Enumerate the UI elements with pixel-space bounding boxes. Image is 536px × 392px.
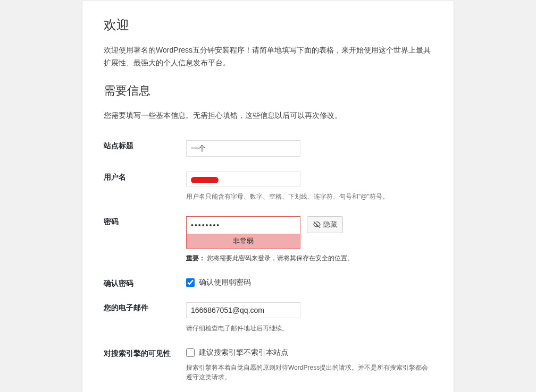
email-label: 您的电子邮件 xyxy=(104,297,186,343)
search-visibility-label: 对搜索引擎的可见性 xyxy=(104,343,186,391)
search-visibility-note: 搜索引擎将本着自觉自愿的原则对待WordPress提出的请求。并不是所有搜索引擎… xyxy=(186,363,432,382)
search-visibility-checkbox[interactable] xyxy=(186,348,195,357)
search-visibility-wrap[interactable]: 建议搜索引擎不索引本站点 xyxy=(186,348,432,357)
confirm-weak-label: 确认使用弱密码 xyxy=(199,278,251,287)
username-label: 用户名 xyxy=(104,166,186,211)
email-input[interactable] xyxy=(186,302,300,318)
needed-info-heading: 需要信息 xyxy=(104,83,432,99)
info-text: 您需要填写一些基本信息。无需担心填错，这些信息以后可以再次修改。 xyxy=(104,109,432,122)
email-hint: 请仔细检查电子邮件地址后再继续。 xyxy=(186,323,432,333)
install-form-container: 欢迎 欢迎使用著名的WordPress五分钟安装程序！请简单地填写下面的表格，来… xyxy=(82,0,454,392)
confirm-password-label: 确认密码 xyxy=(104,272,186,297)
username-input[interactable] xyxy=(186,172,300,186)
important-text: 您将需要此密码来登录，请将其保存在安全的位置。 xyxy=(207,254,354,262)
confirm-weak-checkbox[interactable] xyxy=(186,278,195,287)
password-important-note: 重要： 您将需要此密码来登录，请将其保存在安全的位置。 xyxy=(186,254,432,263)
confirm-weak-wrap[interactable]: 确认使用弱密码 xyxy=(186,278,432,287)
form-table: 站点标题 用户名 用户名只能含有字母、数字、空格、下划线、连字符、句号和"@"符… xyxy=(104,135,432,391)
hide-button-label: 隐藏 xyxy=(323,220,337,229)
eye-slash-icon xyxy=(313,220,321,229)
welcome-heading: 欢迎 xyxy=(104,16,432,33)
password-label: 密码 xyxy=(104,211,186,272)
site-title-input[interactable] xyxy=(186,140,300,156)
intro-text: 欢迎使用著名的WordPress五分钟安装程序！请简单地填写下面的表格，来开始使… xyxy=(104,44,432,70)
important-label: 重要： xyxy=(186,254,205,262)
search-visibility-checkbox-label: 建议搜索引擎不索引本站点 xyxy=(199,348,288,357)
hide-password-button[interactable]: 隐藏 xyxy=(307,216,343,233)
password-input[interactable] xyxy=(186,216,300,234)
username-hint: 用户名只能含有字母、数字、空格、下划线、连字符、句号和"@"符号。 xyxy=(186,192,432,201)
redacted-username xyxy=(191,177,219,183)
password-strength-meter: 非常弱 xyxy=(186,234,300,249)
site-title-label: 站点标题 xyxy=(104,135,186,166)
